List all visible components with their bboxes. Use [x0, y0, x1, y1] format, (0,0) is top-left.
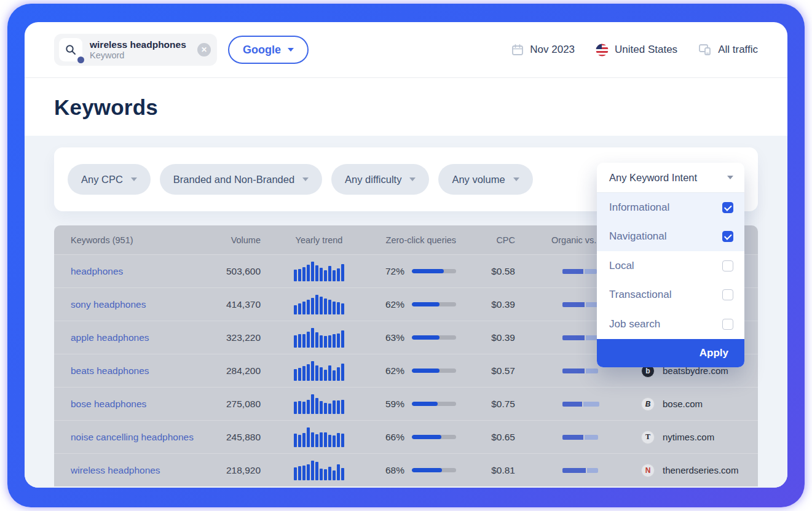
intent-option-label: Informational — [609, 201, 669, 214]
col-zero-click: Zero-click queries — [377, 235, 463, 245]
zero-click-bar — [412, 402, 456, 406]
volume-value: 245,880 — [208, 432, 261, 443]
yearly-trend-chart — [294, 361, 344, 381]
checkbox-icon[interactable] — [722, 260, 733, 271]
checkbox-icon[interactable] — [722, 319, 733, 330]
keyword-type-dot — [77, 57, 84, 63]
table-row[interactable]: noise cancelling headphones 245,880 66% … — [54, 420, 758, 453]
col-yearly-trend: Yearly trend — [261, 235, 377, 245]
intent-option-label: Transactional — [609, 289, 671, 301]
zero-click-bar — [412, 335, 456, 340]
chevron-down-icon — [727, 176, 733, 179]
title-band: Keywords — [25, 79, 787, 136]
us-flag-icon — [596, 44, 609, 57]
search-type-label: Keyword — [90, 50, 186, 61]
zero-click-value: 62% — [377, 299, 404, 310]
zero-click-value: 72% — [377, 266, 404, 277]
volume-value: 414,370 — [208, 299, 261, 310]
zero-click-bar — [412, 468, 456, 472]
apply-button[interactable]: Apply — [597, 339, 744, 367]
organic-vs-bar — [515, 402, 635, 407]
volume-value: 503,600 — [208, 266, 261, 277]
zero-click-value: 62% — [377, 365, 404, 376]
zero-click-value: 59% — [377, 399, 404, 410]
date-selector[interactable]: Nov 2023 — [511, 44, 575, 56]
keyword-link[interactable]: wireless headphones — [71, 465, 160, 475]
cpc-value: $0.58 — [463, 266, 515, 277]
cpc-value: $0.81 — [463, 465, 515, 476]
yearly-trend-chart — [294, 262, 344, 281]
zero-click-bar — [412, 369, 456, 373]
keyword-intent-dropdown: Any Keyword Intent InformationalNavigati… — [597, 163, 744, 367]
yearly-trend-chart — [294, 328, 344, 348]
topbar-meta: Nov 2023 — [511, 44, 758, 57]
intent-option-label: Local — [609, 260, 634, 272]
intent-options-list: InformationalNavigationalLocalTransactio… — [597, 193, 744, 339]
col-volume: Volume — [208, 235, 261, 245]
volume-value: 275,080 — [208, 399, 261, 410]
keyword-link[interactable]: headphones — [71, 266, 123, 276]
intent-option[interactable]: Navigational — [597, 222, 744, 252]
table-row[interactable]: wireless headphones 218,920 68% $0.81 N … — [54, 453, 758, 486]
filter-branded[interactable]: Branded and Non-Branded — [160, 164, 322, 195]
zero-click-value: 63% — [377, 332, 404, 343]
col-keywords: Keywords (951) — [54, 235, 208, 245]
cpc-value: $0.65 — [463, 432, 515, 443]
search-engine-label: Google — [243, 44, 281, 57]
keyword-intent-label: Any Keyword Intent — [609, 172, 697, 184]
intent-option-label: Navigational — [609, 230, 667, 243]
topbar: wireless headphones Keyword ✕ Google — [25, 22, 787, 78]
yearly-trend-chart — [294, 427, 344, 447]
intent-option[interactable]: Transactional — [597, 281, 744, 310]
volume-value: 323,220 — [208, 332, 261, 343]
country-selector[interactable]: United States — [596, 44, 677, 57]
cpc-value: $0.39 — [463, 299, 515, 310]
zero-click-bar — [412, 302, 456, 306]
filter-cpc[interactable]: Any CPC — [68, 164, 151, 195]
app-window: wireless headphones Keyword ✕ Google — [25, 22, 787, 488]
intent-option-label: Job search — [609, 318, 660, 330]
search-texts: wireless headphones Keyword — [90, 39, 186, 60]
organic-vs-bar — [515, 369, 635, 373]
keyword-link[interactable]: apple headphones — [71, 332, 149, 343]
table-row[interactable]: bose headphones 275,080 59% $0.75 B bose… — [54, 387, 758, 420]
search-icon — [59, 38, 82, 61]
keyword-search-input[interactable]: wireless headphones Keyword ✕ — [54, 34, 217, 66]
checkbox-icon[interactable] — [722, 289, 733, 300]
filter-keyword-intent[interactable]: Any Keyword Intent — [597, 163, 744, 193]
search-query: wireless headphones — [90, 39, 186, 50]
keyword-link[interactable]: bose headphones — [71, 399, 146, 409]
country-label: United States — [615, 44, 677, 56]
intent-option[interactable]: Informational — [597, 193, 744, 222]
calendar-icon — [511, 44, 524, 56]
intent-option[interactable]: Local — [597, 251, 744, 281]
domain-label: nytimes.com — [663, 432, 714, 442]
zero-click-value: 68% — [377, 465, 404, 476]
domain-label: thenerdseries.com — [663, 465, 738, 475]
date-label: Nov 2023 — [530, 44, 575, 56]
keyword-link[interactable]: sony headphones — [71, 299, 146, 310]
keyword-link[interactable]: noise cancelling headphones — [71, 432, 194, 442]
domain-label: beatsbydre.com — [663, 365, 728, 376]
volume-value: 218,920 — [208, 465, 261, 476]
filter-volume[interactable]: Any volume — [438, 164, 532, 195]
checkbox-checked-icon[interactable] — [722, 231, 733, 242]
yearly-trend-chart — [294, 295, 344, 314]
clear-search-icon[interactable]: ✕ — [197, 43, 211, 57]
yearly-trend-chart — [294, 394, 344, 414]
bose-logo: B — [641, 397, 655, 411]
organic-vs-bar — [515, 468, 635, 473]
cpc-value: $0.57 — [463, 365, 515, 376]
keyword-link[interactable]: beats headphones — [71, 365, 149, 376]
traffic-selector[interactable]: All traffic — [698, 44, 758, 56]
intent-option[interactable]: Job search — [597, 310, 744, 339]
chevron-down-icon — [302, 177, 309, 181]
search-engine-dropdown[interactable]: Google — [228, 36, 309, 64]
nerdseries-logo: N — [641, 464, 655, 477]
volume-value: 284,200 — [208, 365, 261, 376]
organic-vs-bar — [515, 435, 635, 440]
zero-click-value: 66% — [377, 432, 404, 443]
zero-click-bar — [412, 435, 456, 439]
filter-difficulty[interactable]: Any difficulty — [331, 164, 429, 195]
checkbox-checked-icon[interactable] — [722, 202, 733, 213]
